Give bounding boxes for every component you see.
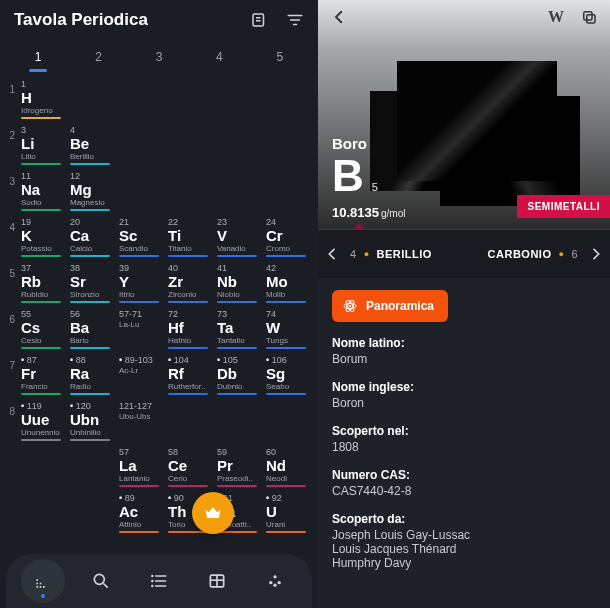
element-cell-Ba[interactable]: 56BaBario — [67, 308, 116, 354]
element-cell-Sr[interactable]: 38SrStronzio — [67, 262, 116, 308]
element-cell-Zr[interactable]: 40ZrZirconio — [165, 262, 214, 308]
element-cell-W[interactable]: 74WTungs — [263, 308, 312, 354]
element-cell-U[interactable]: 92UUrani — [263, 492, 312, 538]
detail-item: Nome latino:Borum — [332, 336, 596, 366]
detail-value: Joseph Louis Gay-Lussac Louis Jacques Th… — [332, 528, 596, 570]
svg-rect-15 — [584, 12, 592, 20]
svg-line-4 — [104, 584, 108, 588]
element-cell-Sc[interactable]: 21ScScandio — [116, 216, 165, 262]
element-cell-Li[interactable]: 3LiLitio — [18, 124, 67, 170]
tab-2[interactable]: 2 — [68, 42, 128, 74]
element-symbol: B — [332, 154, 364, 198]
element-cell-Y[interactable]: 39YIttrio — [116, 262, 165, 308]
prev-element[interactable]: 4 ● BERILLIO — [324, 246, 432, 262]
sort-icon[interactable] — [286, 11, 304, 29]
neighbor-nav: 4 ● BERILLIO CARBONIO ● 6 — [318, 230, 610, 278]
period-label: 4 — [4, 216, 18, 262]
element-cell-Na[interactable]: 11NaSodio — [18, 170, 67, 216]
period-label: 1 — [4, 78, 18, 124]
element-cell-Ubn[interactable]: 120UbnUnbinilio — [67, 400, 116, 446]
overview-section: Panoramica — [318, 278, 610, 334]
element-cell-Ti[interactable]: 22TiTitanio — [165, 216, 214, 262]
detail-value: 1808 — [332, 440, 596, 454]
wikipedia-icon[interactable]: W — [548, 8, 564, 26]
back-icon[interactable] — [330, 8, 348, 26]
nav-search[interactable] — [79, 559, 123, 603]
element-cell-Fr[interactable]: 87FrFrancio — [18, 354, 67, 400]
grid-small-icon — [33, 571, 53, 591]
element-cell-K[interactable]: 19KPotassio — [18, 216, 67, 262]
left-header: Tavola Periodica — [0, 0, 318, 36]
detail-label: Scoperto da: — [332, 512, 596, 526]
detail-label: Nome latino: — [332, 336, 596, 350]
element-cell-Mo[interactable]: 42MoMolib — [263, 262, 312, 308]
periodic-table-pane: Tavola Periodica 12345 11HIdrogeno23LiLi… — [0, 0, 318, 608]
tab-5[interactable]: 5 — [250, 42, 310, 74]
svg-point-12 — [269, 581, 272, 584]
element-cell-Ta[interactable]: 73TaTantalio — [214, 308, 263, 354]
element-range: 57-71La-Lu — [116, 308, 165, 354]
element-cell-Ca[interactable]: 20CaCalcio — [67, 216, 116, 262]
period-label: 5 — [4, 262, 18, 308]
nav-list[interactable] — [137, 559, 181, 603]
category-badge[interactable]: SEMIMETALLI — [517, 195, 610, 218]
detail-value: CAS7440-42-8 — [332, 484, 596, 498]
period-label: 7 — [4, 354, 18, 400]
element-hero: W Boro B 5 10.8135g/mol SEMIMETALLI — [318, 0, 610, 230]
element-cell-Rb[interactable]: 37RbRubidio — [18, 262, 67, 308]
svg-point-7 — [151, 585, 154, 588]
period-label: 8 — [4, 400, 18, 446]
overview-button[interactable]: Panoramica — [332, 290, 448, 322]
element-cell-Cr[interactable]: 24CrCromo — [263, 216, 312, 262]
detail-value: Borum — [332, 352, 596, 366]
category-indicator — [318, 229, 610, 230]
period-label: 6 — [4, 308, 18, 354]
page-title: Tavola Periodica — [14, 10, 148, 30]
element-cell-Be[interactable]: 4BeBerillio — [67, 124, 116, 170]
nav-table[interactable] — [21, 559, 65, 603]
element-cell-Ce[interactable]: 58CeCerio — [165, 446, 214, 492]
element-cell-Rf[interactable]: 104RfRutherfor.. — [165, 354, 214, 400]
search-icon — [91, 571, 111, 591]
element-cell-H[interactable]: 1HIdrogeno — [18, 78, 67, 124]
open-external-icon[interactable] — [580, 8, 598, 26]
detail-item: Nome inglese:Boron — [332, 380, 596, 410]
element-cell-Cs[interactable]: 55CsCesio — [18, 308, 67, 354]
element-range: 121-127Ubu-Ubs — [116, 400, 165, 446]
chevron-right-icon — [588, 246, 604, 262]
nav-more[interactable] — [253, 559, 297, 603]
element-cell-Mg[interactable]: 12MgMagnesio — [67, 170, 116, 216]
group-tabs: 12345 — [0, 42, 318, 74]
element-cell-Nd[interactable]: 60NdNeodi — [263, 446, 312, 492]
svg-point-17 — [349, 305, 352, 308]
element-cell-Pr[interactable]: 59PrPraseodi.. — [214, 446, 263, 492]
nav-grid[interactable] — [195, 559, 239, 603]
tab-3[interactable]: 3 — [129, 42, 189, 74]
cards-icon[interactable] — [250, 11, 268, 29]
element-cell-Hf[interactable]: 72HfHafnio — [165, 308, 214, 354]
detail-label: Scoperto nel: — [332, 424, 596, 438]
tab-4[interactable]: 4 — [189, 42, 249, 74]
element-cell-Db[interactable]: 105DbDubnio — [214, 354, 263, 400]
detail-item: Scoperto nel:1808 — [332, 424, 596, 454]
chevron-left-icon — [324, 246, 340, 262]
premium-fab[interactable] — [192, 492, 234, 534]
element-cell-V[interactable]: 23VVanadio — [214, 216, 263, 262]
next-element[interactable]: CARBONIO ● 6 — [488, 246, 604, 262]
element-cell-Nb[interactable]: 41NbNiobio — [214, 262, 263, 308]
tab-1[interactable]: 1 — [8, 42, 68, 74]
detail-label: Numero CAS: — [332, 468, 596, 482]
element-cell-Uue[interactable]: 119UueUnunennio — [18, 400, 67, 446]
element-cell-Ac[interactable]: 89AcAttinio — [116, 492, 165, 538]
period-label — [4, 492, 18, 538]
element-number: 5 — [372, 181, 378, 193]
element-detail-pane: W Boro B 5 10.8135g/mol SEMIMETALLI 4 ● … — [318, 0, 610, 608]
period-label — [4, 446, 18, 492]
element-cell-Ra[interactable]: 88RaRadio — [67, 354, 116, 400]
element-cell-La[interactable]: 57LaLantanio — [116, 446, 165, 492]
svg-point-5 — [151, 575, 154, 578]
bottom-nav — [6, 554, 312, 608]
element-cell-Sg[interactable]: 106SgSeabo — [263, 354, 312, 400]
element-details: Nome latino:BorumNome inglese:BoronScope… — [318, 334, 610, 594]
element-name: Boro — [332, 135, 610, 152]
